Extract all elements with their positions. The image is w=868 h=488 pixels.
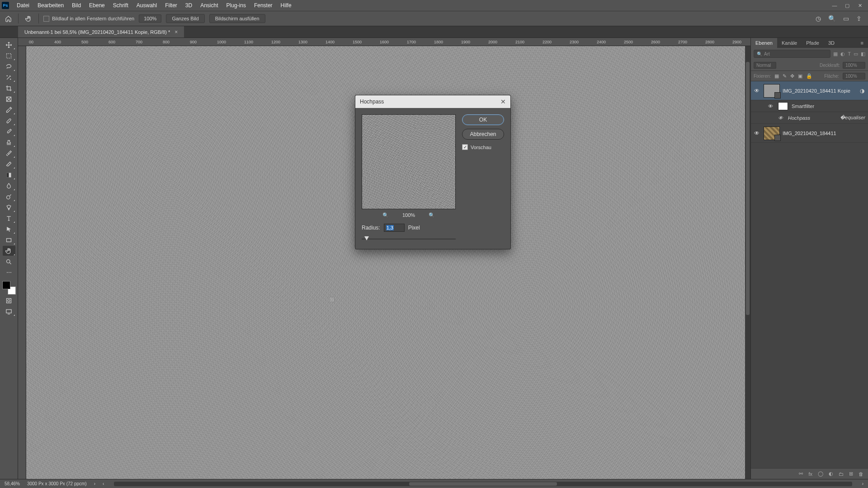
menu-fenster[interactable]: Fenster bbox=[250, 2, 277, 9]
status-arrow-icon[interactable]: › bbox=[94, 481, 95, 486]
eyedropper-tool[interactable] bbox=[3, 105, 15, 115]
blend-mode-select[interactable]: Normal bbox=[754, 62, 776, 69]
layer-row[interactable]: 👁 IMG_20210420_184411 Kopie ◑ bbox=[751, 81, 868, 100]
move-tool[interactable] bbox=[3, 40, 15, 50]
menu-3d[interactable]: 3D bbox=[181, 2, 196, 9]
dialog-preview[interactable] bbox=[362, 114, 456, 209]
dialog-titlebar[interactable]: Hochpass ✕ bbox=[355, 95, 510, 108]
link-layers-icon[interactable]: ⚯ bbox=[799, 471, 803, 477]
layer-mask-icon[interactable]: ◯ bbox=[818, 471, 823, 477]
tab-pfade[interactable]: Pfade bbox=[802, 38, 824, 48]
layer-thumbnail[interactable] bbox=[764, 84, 780, 98]
zoom-out-icon[interactable]: 🔍 bbox=[382, 212, 389, 218]
panel-menu-icon[interactable]: ≡ bbox=[856, 38, 868, 48]
smart-filter-indicator-icon[interactable]: ◑ bbox=[860, 88, 866, 94]
tab-3d[interactable]: 3D bbox=[824, 38, 839, 48]
type-tool[interactable] bbox=[3, 213, 15, 223]
workspace-icon[interactable]: ▭ bbox=[843, 15, 849, 22]
status-doc-info[interactable]: 3000 Px x 3000 Px (72 ppcm) bbox=[27, 481, 87, 486]
zoom-in-icon[interactable]: 🔍 bbox=[429, 212, 435, 218]
filter-entry-row[interactable]: 👁 Hochpass �equaliser bbox=[751, 112, 868, 124]
search-icon[interactable]: 🔍 bbox=[828, 15, 836, 22]
lasso-tool[interactable] bbox=[3, 61, 15, 71]
hand-tool-indicator[interactable] bbox=[23, 13, 34, 24]
layer-filter-type[interactable]: 🔍 Art bbox=[754, 50, 830, 58]
home-button[interactable] bbox=[3, 13, 14, 24]
shape-tool[interactable] bbox=[3, 235, 15, 245]
close-tab-icon[interactable]: × bbox=[175, 29, 178, 35]
history-brush-tool[interactable] bbox=[3, 148, 15, 158]
radius-input[interactable]: 1,3 bbox=[384, 224, 405, 232]
menu-bild[interactable]: Bild bbox=[68, 2, 85, 9]
scroll-left-icon[interactable]: ‹ bbox=[103, 481, 104, 486]
eraser-tool[interactable] bbox=[3, 159, 15, 169]
frame-tool[interactable] bbox=[3, 94, 15, 104]
dodge-tool[interactable] bbox=[3, 192, 15, 202]
scroll-all-windows-checkbox[interactable]: Bildlauf in allen Fenstern durchführen bbox=[43, 16, 134, 22]
slider-handle-icon[interactable] bbox=[364, 236, 369, 240]
menu-auswahl[interactable]: Auswahl bbox=[132, 2, 161, 9]
quick-mask-button[interactable] bbox=[3, 296, 15, 305]
cancel-button[interactable]: Abbrechen bbox=[462, 129, 504, 140]
radius-slider[interactable] bbox=[362, 235, 456, 243]
crop-tool[interactable] bbox=[3, 83, 15, 93]
horizontal-scrollbar[interactable] bbox=[114, 482, 852, 486]
fill-field[interactable]: 100% bbox=[843, 73, 865, 80]
vertical-scrollbar[interactable] bbox=[745, 46, 750, 479]
ok-button[interactable]: OK bbox=[462, 114, 504, 125]
edit-toolbar-button[interactable]: ⋯ bbox=[3, 267, 15, 277]
pen-tool[interactable] bbox=[3, 202, 15, 212]
menu-datei[interactable]: Datei bbox=[13, 2, 33, 9]
blur-tool[interactable] bbox=[3, 181, 15, 191]
preview-checkbox[interactable]: ✓ Vorschau bbox=[462, 144, 504, 150]
path-select-tool[interactable] bbox=[3, 224, 15, 234]
menu-ansicht[interactable]: Ansicht bbox=[196, 2, 222, 9]
foreground-color-swatch[interactable] bbox=[2, 281, 10, 289]
status-zoom[interactable]: 58,46% bbox=[5, 481, 20, 486]
menu-bearbeiten[interactable]: Bearbeiten bbox=[33, 2, 68, 9]
filter-smart-icon[interactable]: ◧ bbox=[861, 51, 865, 57]
lock-pixels-icon[interactable]: ✎ bbox=[783, 73, 787, 79]
scroll-right-icon[interactable]: › bbox=[862, 481, 863, 486]
opacity-field[interactable]: 100% bbox=[843, 62, 865, 69]
zoom-field[interactable]: 100% bbox=[139, 14, 161, 23]
magic-wand-tool[interactable] bbox=[3, 72, 15, 82]
filter-shape-icon[interactable]: ▭ bbox=[854, 51, 858, 57]
healing-tool[interactable] bbox=[3, 116, 15, 126]
smart-filter-mask-thumbnail[interactable] bbox=[778, 102, 788, 110]
stamp-tool[interactable] bbox=[3, 137, 15, 147]
tab-ebenen[interactable]: Ebenen bbox=[751, 38, 777, 48]
smart-filters-row[interactable]: 👁 Smartfilter bbox=[751, 100, 868, 112]
menu-filter[interactable]: Filter bbox=[161, 2, 181, 9]
visibility-toggle-icon[interactable]: 👁 bbox=[766, 103, 774, 109]
window-maximize-button[interactable]: ▢ bbox=[841, 1, 854, 10]
marquee-tool[interactable] bbox=[3, 51, 15, 61]
new-layer-icon[interactable]: ⊞ bbox=[849, 471, 853, 477]
filter-pixel-icon[interactable]: ▦ bbox=[833, 51, 838, 57]
ruler-vertical[interactable] bbox=[18, 46, 26, 479]
share-icon[interactable]: ⇪ bbox=[856, 15, 862, 22]
adjustment-layer-icon[interactable]: ◐ bbox=[829, 471, 833, 477]
scrollbar-thumb[interactable] bbox=[409, 482, 557, 486]
gradient-tool[interactable] bbox=[3, 170, 15, 180]
document-tab[interactable]: Unbenannt-1 bei 58,5% (IMG_20210420_1844… bbox=[18, 26, 184, 38]
dialog-close-button[interactable]: ✕ bbox=[500, 98, 506, 105]
menu-hilfe[interactable]: Hilfe bbox=[277, 2, 296, 9]
menu-plugins[interactable]: Plug-ins bbox=[222, 2, 250, 9]
scrollbar-thumb[interactable] bbox=[746, 62, 750, 315]
menu-schrift[interactable]: Schrift bbox=[109, 2, 132, 9]
layer-group-icon[interactable]: 🗀 bbox=[839, 471, 844, 477]
layer-row[interactable]: 👁 IMG_20210420_184411 bbox=[751, 124, 868, 143]
zoom-tool[interactable] bbox=[3, 257, 15, 267]
visibility-toggle-icon[interactable]: 👁 bbox=[753, 130, 761, 136]
lock-position-icon[interactable]: ✥ bbox=[790, 73, 794, 79]
color-swatches[interactable] bbox=[2, 281, 16, 295]
delete-layer-icon[interactable]: 🗑 bbox=[859, 471, 863, 477]
lock-all-icon[interactable]: 🔒 bbox=[806, 73, 812, 79]
fill-screen-button[interactable]: Bildschirm ausfüllen bbox=[209, 14, 265, 23]
fit-image-button[interactable]: Ganzes Bild bbox=[166, 14, 204, 23]
lock-transparent-icon[interactable]: ▦ bbox=[774, 73, 779, 79]
screen-mode-button[interactable] bbox=[3, 306, 15, 316]
visibility-toggle-icon[interactable]: 👁 bbox=[753, 88, 761, 94]
layer-name[interactable]: IMG_20210420_184411 bbox=[783, 131, 866, 136]
